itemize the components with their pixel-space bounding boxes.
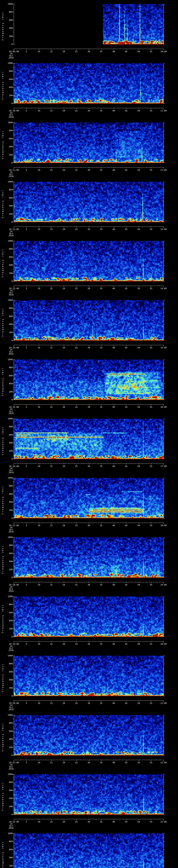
x-tick-label: 50 [138, 406, 140, 408]
y-tick-label: 1000 [0, 240, 13, 242]
x-tick-label: 55 [150, 762, 152, 764]
y-tick-label: 0 [0, 517, 13, 519]
x-tick-label: 25 [75, 287, 78, 289]
x-tick-label: 45 [125, 347, 127, 349]
y-tick-label: 0 [0, 102, 13, 104]
x-tick-label: 50 [138, 762, 140, 764]
y-tick-label: 400 [0, 501, 13, 503]
x-tick-label: 10 [38, 762, 40, 764]
x-tick-label: 15 [50, 821, 53, 823]
x-tick-label: 50 [138, 51, 140, 53]
y-tick-label: 600 [0, 19, 13, 21]
x-tick-label: 55 [150, 169, 152, 171]
x-tick-label: 5 [26, 762, 27, 764]
spectrogram-panel-15: Frequency (Hz)02004006008001000510152025… [0, 830, 178, 868]
spectrogram-panel-10: Frequency (Hz)02004006008001000510152025… [0, 533, 178, 593]
x-tick-label: 30 [88, 524, 90, 527]
x-tick-label: 5 [26, 584, 27, 586]
x-tick-label: 25 [75, 524, 78, 527]
x-tick-label: 55 [150, 287, 152, 289]
y-tick-label: 0 [0, 458, 13, 460]
x-tick-label: 20 [63, 524, 65, 527]
y-tick-label: 0 [0, 339, 13, 341]
x-tick-label: 20 [63, 584, 65, 586]
y-tick-label: 400 [0, 383, 13, 385]
y-tick-label: 0 [0, 162, 13, 164]
x-tick-label: 15 [50, 347, 53, 349]
x-tick-label: 35 [100, 762, 102, 764]
y-tick-label: 400 [0, 27, 13, 29]
y-tick-label: 1000 [0, 299, 13, 301]
y-tick-label: 400 [0, 264, 13, 266]
y-tick-label: 200 [0, 272, 13, 274]
y-tick-label: 800 [0, 367, 13, 369]
y-tick-label: 400 [0, 323, 13, 325]
x-axis-date-line: 2016 [9, 709, 14, 711]
x-tick-label: 20 [63, 406, 65, 408]
x-axis-date-line: 2016 [9, 235, 14, 237]
y-tick-label: 1000 [0, 655, 13, 657]
x-tick-label: 20 [63, 643, 65, 645]
x-axis-date-line: 2016 [9, 471, 14, 473]
x-tick-label: 25 [75, 169, 78, 171]
x-tick-label: 30 [88, 169, 90, 171]
spectrogram-panel-3: Frequency (Hz)02004006008001000510152025… [0, 119, 178, 178]
x-tick-label: 45 [125, 524, 127, 527]
x-axis-date-line: 2016 [9, 531, 14, 533]
x-tick-label: 55 [150, 228, 152, 230]
y-tick-label: 600 [0, 493, 13, 495]
x-tick-label: 45 [125, 465, 127, 467]
x-tick-label: 25 [75, 762, 78, 764]
x-axis-end-time: 15:00 [160, 347, 167, 349]
x-tick-label: 35 [100, 702, 102, 704]
y-tick-label: 800 [0, 189, 13, 191]
x-tick-label: 45 [125, 584, 127, 586]
x-tick-label: 55 [150, 110, 152, 112]
x-tick-label: 25 [75, 228, 78, 230]
x-tick-label: 5 [26, 821, 27, 823]
y-tick-label: 600 [0, 612, 13, 614]
y-tick-label: 200 [0, 154, 13, 156]
y-tick-label: 200 [0, 568, 13, 570]
y-tick-label: 400 [0, 857, 13, 859]
x-tick-label: 15 [50, 406, 53, 408]
y-tick-label: 0 [0, 577, 13, 579]
x-tick-label: 50 [138, 347, 140, 349]
x-tick-label: 10 [38, 287, 40, 289]
x-axis-date-line: 2016 [9, 353, 14, 355]
x-tick-label: 40 [113, 110, 115, 112]
y-tick-label: 800 [0, 603, 13, 606]
x-tick-label: 35 [100, 643, 102, 645]
x-axis-end-time: 12:00 [160, 169, 167, 171]
y-tick-label: 800 [0, 248, 13, 250]
x-tick-label: 25 [75, 406, 78, 408]
x-tick-label: 15 [50, 169, 53, 171]
x-axis-end-time: 16:00 [160, 406, 167, 408]
y-tick-label: 200 [0, 806, 13, 808]
x-tick-label: 10 [38, 406, 40, 408]
y-tick-label: 400 [0, 560, 13, 562]
x-tick-label: 10 [38, 702, 40, 704]
y-tick-label: 400 [0, 797, 13, 799]
x-tick-label: 40 [113, 228, 115, 230]
y-tick-label: 600 [0, 197, 13, 199]
x-axis-end-time: 23:00 [160, 821, 167, 823]
x-tick-label: 25 [75, 51, 78, 53]
x-tick-label: 15 [50, 584, 53, 586]
y-tick-label: 600 [0, 434, 13, 436]
x-axis-end-time: 10:00 [160, 51, 167, 53]
x-tick-label: 5 [26, 169, 27, 171]
x-tick-label: 25 [75, 643, 78, 645]
x-tick-label: 45 [125, 51, 127, 53]
y-tick-label: 1000 [0, 418, 13, 420]
x-tick-label: 15 [50, 524, 53, 527]
x-tick-label: 20 [63, 465, 65, 467]
x-tick-label: 35 [100, 287, 102, 289]
x-tick-label: 50 [138, 287, 140, 289]
x-tick-label: 20 [63, 821, 65, 823]
x-tick-label: 20 [63, 228, 65, 230]
x-tick-label: 15 [50, 51, 53, 53]
x-tick-label: 45 [125, 762, 127, 764]
y-tick-label: 600 [0, 552, 13, 555]
x-tick-label: 25 [75, 347, 78, 349]
